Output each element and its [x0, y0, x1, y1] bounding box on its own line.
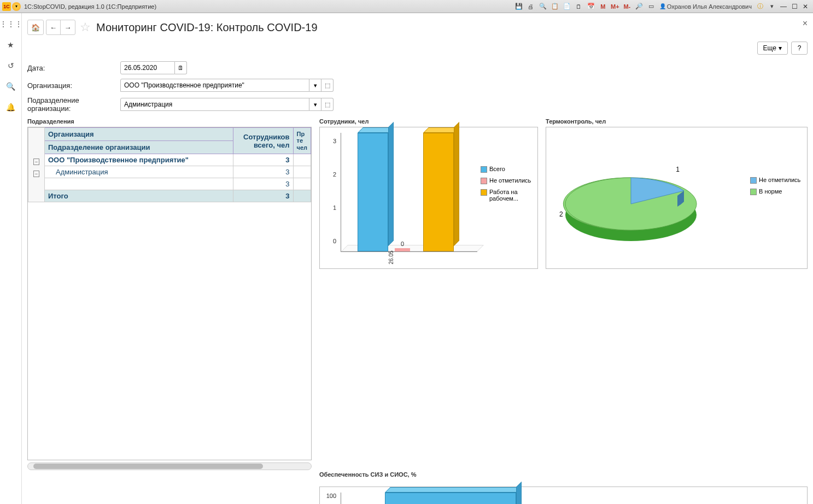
doc-icon[interactable]: ▭	[646, 2, 657, 11]
employees-chart: 3 2 1 0	[319, 127, 538, 269]
employees-chart-section: Сотрудники, чел 3 2 1 0	[319, 117, 538, 470]
maximize-button[interactable]: ☐	[789, 3, 800, 10]
current-user[interactable]: Охранов Илья Александрович	[657, 3, 754, 10]
save-icon[interactable]: 💾	[513, 2, 524, 11]
pie-label-2: 2	[559, 210, 563, 218]
siz-chart-title: Обеспеченность СИЗ и СИОС, %	[319, 470, 808, 479]
col-employees: Сотрудников всего, чел	[233, 128, 293, 154]
date-picker-button[interactable]: 🗓	[175, 61, 187, 74]
page-content: × 🏠 ← → ☆ Мониторинг COVID-19: Контроль …	[22, 13, 813, 504]
apps-icon[interactable]: ⋮⋮⋮	[4, 17, 17, 31]
info-icon[interactable]: ⓘ	[754, 2, 765, 11]
page-title: Мониторинг COVID-19: Контроль COVID-19	[96, 21, 318, 34]
dept-input[interactable]	[120, 98, 309, 111]
total-label: Итого	[45, 190, 233, 202]
nav-forward-button[interactable]: →	[61, 20, 75, 34]
calendar-icon[interactable]: 📅	[586, 2, 596, 11]
siz-chart-section: Обеспеченность СИЗ и СИОС, % 100 80 60 4…	[319, 470, 808, 504]
departments-label: Подразделения	[27, 117, 312, 126]
col-department: Подразделение организации	[45, 141, 233, 154]
system-titlebar: 1C ▾ 1C:StopCOVID, редакция 1.0 (1С:Пред…	[0, 0, 813, 13]
table-row: 3	[28, 178, 311, 190]
m-minus-icon[interactable]: M-	[622, 2, 633, 11]
horizontal-scrollbar[interactable]	[27, 462, 312, 470]
tree-collapse-icon[interactable]: −	[33, 159, 39, 165]
filter-form: Дата: 🗓 Организация: ▾ ⬚ Подразделение о…	[27, 61, 808, 113]
thermo-legend: Не отметились В норме	[750, 177, 804, 200]
thermo-chart-section: Термоконтроль, чел 1	[546, 117, 808, 470]
dept-label: Подразделение организации:	[27, 96, 120, 113]
dept-dropdown-button[interactable]: ▾	[309, 98, 321, 111]
paste-icon[interactable]: 📄	[562, 2, 572, 11]
close-tab-button[interactable]: ×	[803, 19, 808, 28]
departments-table-container[interactable]: −− Организация Сотрудников всего, чел Пр…	[27, 127, 312, 460]
minimize-button[interactable]: —	[778, 3, 789, 10]
org-input[interactable]	[120, 79, 309, 92]
history-icon[interactable]: ↺	[4, 59, 17, 72]
search-icon[interactable]: 🔍	[4, 80, 17, 93]
more-button[interactable]: Еще▾	[757, 42, 788, 55]
thermo-chart-title: Термоконтроль, чел	[546, 117, 808, 126]
date-label: Дата:	[27, 64, 120, 72]
dept-cell[interactable]: Администрация	[45, 166, 233, 178]
employees-chart-title: Сотрудники, чел	[319, 117, 538, 126]
org-dropdown-button[interactable]: ▾	[309, 79, 321, 92]
home-button[interactable]: 🏠	[27, 20, 44, 35]
col-extra: Пр те чел	[293, 128, 311, 154]
system-menu-dropdown[interactable]: ▾	[12, 2, 21, 11]
help-button[interactable]: ?	[791, 42, 808, 55]
employees-legend: Всего Не отметились Работа на рабочем...	[481, 166, 534, 206]
close-button[interactable]: ✕	[800, 3, 811, 10]
copy-icon[interactable]: 📋	[549, 2, 560, 11]
table-row: Администрация 3	[28, 166, 311, 178]
dropdown-icon[interactable]: ▾	[767, 2, 777, 11]
m-icon[interactable]: M	[598, 2, 609, 11]
calc-icon[interactable]: 🗒	[574, 2, 584, 11]
x-category: 26.05	[388, 250, 394, 264]
zoom-icon[interactable]: 🔎	[634, 2, 645, 11]
m-plus-icon[interactable]: M+	[610, 2, 621, 11]
favorite-star-icon[interactable]: ☆	[80, 20, 91, 34]
total-val: 3	[233, 190, 293, 202]
date-input[interactable]	[120, 61, 175, 74]
print-preview-icon[interactable]: 🔍	[537, 2, 548, 11]
org-val: 3	[233, 154, 293, 166]
function-sidebar: ⋮⋮⋮ ★ ↺ 🔍 🔔	[0, 13, 22, 504]
thermo-chart: 1 2 Не отметились В норме	[546, 127, 808, 269]
app-title: 1C:StopCOVID, редакция 1.0 (1С:Предприят…	[24, 3, 156, 10]
dept-val: 3	[233, 166, 293, 178]
nav-history: ← →	[46, 20, 75, 35]
col-organization: Организация	[45, 128, 233, 141]
tree-collapse-icon-2[interactable]: −	[33, 171, 39, 177]
org-label: Организация:	[27, 81, 120, 90]
siz-chart: 100 80 60 40 20 0	[319, 487, 808, 504]
table-row: ООО "Производственное предприятие" 3	[28, 154, 311, 166]
nav-back-button[interactable]: ←	[46, 20, 61, 34]
org-open-button[interactable]: ⬚	[321, 79, 334, 92]
dept-open-button[interactable]: ⬚	[321, 98, 334, 111]
departments-section: Подразделения −− Организация Сотрудников…	[27, 117, 312, 470]
logo-1c: 1C	[2, 2, 11, 11]
pie-label-1: 1	[676, 166, 680, 173]
print-icon[interactable]: 🖨	[525, 2, 536, 11]
favorites-icon[interactable]: ★	[4, 38, 17, 51]
table-row-total: Итого 3	[28, 190, 311, 202]
blank-val: 3	[233, 178, 293, 190]
notifications-icon[interactable]: 🔔	[4, 101, 17, 114]
departments-table: −− Организация Сотрудников всего, чел Пр…	[28, 127, 311, 202]
org-cell[interactable]: ООО "Производственное предприятие"	[45, 154, 233, 166]
